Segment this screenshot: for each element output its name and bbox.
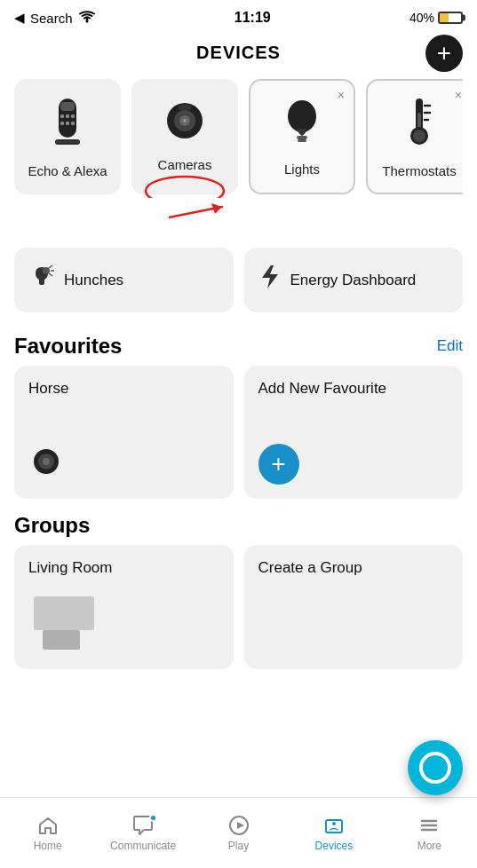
horse-device-icon [28,446,219,485]
echo-label: Echo & Alexa [28,163,107,178]
page-title: DEVICES [196,43,281,63]
hunches-card[interactable]: Hunches [14,248,234,312]
hunches-label: Hunches [64,272,123,289]
camera-icon [163,101,207,152]
svg-point-39 [332,822,336,825]
svg-point-0 [85,20,88,22]
back-arrow-icon: ◀ [14,10,25,26]
nav-devices-label: Devices [315,840,354,852]
status-bar: ◀ Search 11:19 40% [0,0,477,36]
create-group-label: Create a Group [258,559,449,577]
thermostats-label: Thermostats [382,163,456,178]
more-icon-wrap [418,815,440,836]
energy-dashboard-label: Energy Dashboard [290,272,417,289]
svg-rect-14 [179,105,191,110]
add-device-button[interactable]: + [425,35,463,72]
device-card-thermostats[interactable]: × Thermostats [366,79,463,194]
communicate-icon-wrap [131,815,155,836]
lights-label: Lights [284,162,320,177]
devices-icon [322,815,346,836]
nav-item-more[interactable]: More [382,808,477,859]
device-card-cameras[interactable]: Cameras [131,79,238,194]
living-room-label: Living Room [28,559,219,577]
battery-percent: 40% [409,11,434,25]
svg-rect-4 [66,114,69,118]
nav-communicate-label: Communicate [110,840,176,852]
fav-card-horse[interactable]: Horse [14,366,234,499]
add-fav-icon[interactable]: + [258,444,299,485]
svg-point-13 [183,119,187,122]
svg-rect-9 [55,139,80,145]
bottom-nav: Home Communicate Play Dev [0,797,477,868]
svg-rect-8 [71,122,75,125]
nav-item-communicate[interactable]: Communicate [95,808,190,859]
svg-rect-5 [71,114,75,118]
hunches-icon [28,264,55,296]
svg-line-31 [49,273,52,276]
svg-point-22 [413,130,425,142]
svg-point-28 [43,267,50,274]
play-icon [228,815,250,836]
add-fav-label: Add New Favourite [258,380,449,398]
communicate-dot [149,814,157,822]
svg-rect-18 [298,139,306,142]
nav-item-play[interactable]: Play [191,808,286,859]
alexa-fab-icon [419,752,451,784]
favourites-grid: Horse Add New Favourite + [0,366,477,499]
svg-point-16 [288,100,316,132]
nav-item-devices[interactable]: Devices [286,808,381,859]
battery-icon [438,12,463,24]
alexa-fab-button[interactable] [408,740,463,795]
favourites-title: Favourites [14,334,122,359]
svg-rect-2 [60,102,75,111]
horse-label: Horse [28,380,219,398]
cameras-label: Cameras [158,157,212,172]
device-section: Echo & Alexa Cameras × [0,70,477,207]
time-display: 11:19 [235,10,271,26]
wifi-icon [78,10,96,27]
more-icon [418,815,440,836]
page-header: DEVICES + [0,36,477,70]
svg-rect-3 [60,114,64,118]
echo-icon [48,95,87,158]
lights-close-button[interactable]: × [338,88,345,102]
favourites-edit-button[interactable]: Edit [437,337,463,355]
lights-icon [282,97,322,156]
home-icon [37,815,59,836]
nav-home-label: Home [34,840,62,852]
svg-marker-32 [262,265,278,288]
favourites-section-header: Favourites Edit [0,320,477,366]
svg-rect-7 [66,122,69,125]
svg-point-35 [43,458,50,465]
fav-card-add[interactable]: Add New Favourite + [244,366,464,499]
svg-marker-37 [237,822,244,829]
group-card-living-room[interactable]: Living Room [14,545,234,669]
status-left: ◀ Search [14,10,96,27]
quick-actions: Hunches Energy Dashboard [0,233,477,320]
search-label[interactable]: Search [30,11,73,26]
device-grid: Echo & Alexa Cameras × [14,79,463,198]
svg-point-15 [146,177,224,198]
device-card-lights[interactable]: × Lights [249,79,355,194]
nav-more-label: More [417,840,441,852]
nav-play-label: Play [228,840,249,852]
svg-line-29 [49,265,52,268]
status-right: 40% [409,11,463,25]
nav-item-home[interactable]: Home [0,808,95,859]
group-card-create[interactable]: Create a Group [244,545,464,669]
thermostats-close-button[interactable]: × [455,88,462,102]
energy-icon [258,264,282,296]
thermostats-icon [403,95,435,158]
home-icon-wrap [37,815,59,836]
device-card-echo[interactable]: Echo & Alexa [14,79,121,194]
play-icon-wrap [228,815,250,836]
groups-section-header: Groups [0,499,477,545]
groups-title: Groups [14,513,90,538]
devices-icon-wrap [322,815,346,836]
svg-rect-6 [60,122,64,125]
energy-dashboard-card[interactable]: Energy Dashboard [244,248,464,312]
annotation-arrow [0,207,477,233]
groups-grid: Living Room Create a Group [0,545,477,669]
svg-rect-17 [297,136,307,139]
